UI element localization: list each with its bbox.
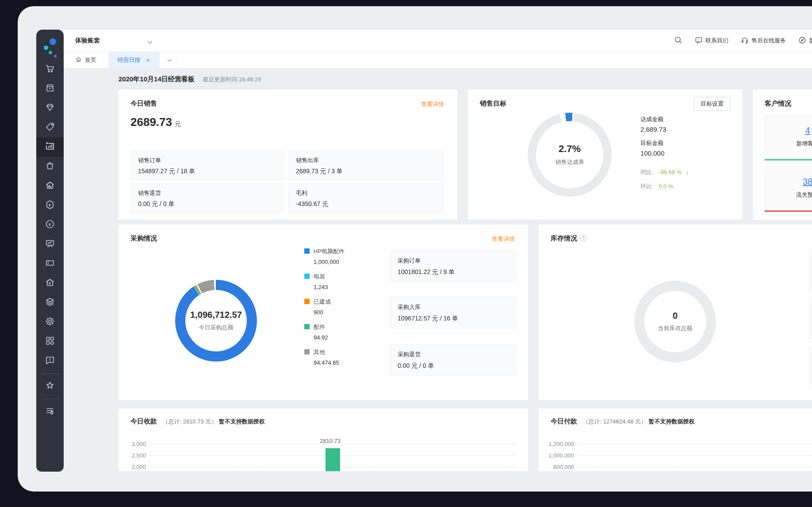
stat-purchase-inbound[interactable]: 采购入库 1096712.57 元 / 16 单 bbox=[390, 297, 516, 328]
stat-gross-profit[interactable]: 毛利 -4350.67 元 bbox=[288, 183, 443, 213]
purchasing-donut: 1,096,712.57 今日采购总额 bbox=[175, 280, 257, 362]
sidebar-item-report-board[interactable] bbox=[36, 235, 64, 254]
target-percent: 2.7% bbox=[559, 143, 581, 155]
y-tick: 2,500 bbox=[119, 452, 146, 459]
board-chart-icon bbox=[45, 238, 55, 251]
purchase-total: 1,096,712.57 bbox=[190, 310, 242, 320]
inventory-total: 0 bbox=[673, 311, 678, 321]
gridline bbox=[578, 444, 812, 444]
stat-purchase-returns[interactable]: 采购退货 0.00 元 / 0 单 bbox=[390, 344, 516, 376]
achieved-amount: 达成金额 2,689.73 bbox=[640, 115, 666, 133]
account-switcher[interactable]: 体验账套 bbox=[75, 37, 100, 45]
last-updated: 最近更新时间:16:46:29 bbox=[203, 76, 261, 83]
tab-home[interactable]: 首页 bbox=[75, 52, 96, 69]
sidebar-item-favorites[interactable] bbox=[36, 377, 64, 396]
feedback-bubble-icon bbox=[45, 355, 55, 367]
sidebar-item-warehouse[interactable] bbox=[36, 176, 64, 196]
card-purchasing: 采购情况 查看详情 1,096,712.57 今日采购总额 HP电脑配件 1,0… bbox=[119, 225, 528, 400]
stat-new-customers: 4 新增客户 bbox=[765, 115, 812, 160]
house-yen-icon: ¥ bbox=[45, 277, 55, 290]
sidebar-divider bbox=[42, 399, 58, 399]
stat-churn-warning: 38 流失预警 bbox=[765, 167, 812, 212]
sidebar-item-ticket[interactable] bbox=[36, 254, 64, 274]
legend-swatch bbox=[304, 324, 310, 329]
tab-business-daily[interactable]: 经营日报 ✕ bbox=[108, 52, 160, 69]
view-details-link[interactable]: 查看详情 bbox=[492, 235, 515, 243]
gridline bbox=[578, 455, 812, 456]
card-title: 客户情况 bbox=[765, 99, 791, 108]
card-title: 销售目标 bbox=[480, 99, 506, 108]
warehouse-icon bbox=[45, 180, 55, 192]
stat-slow-moving: 滞销商品? 0 款 bbox=[809, 347, 812, 389]
gridline bbox=[578, 467, 812, 467]
card-today-payments: 今日付款 （总计: 1274624.48 元） 暂不支持数据授权 1,200,0… bbox=[539, 408, 812, 471]
close-icon[interactable]: ✕ bbox=[146, 57, 151, 64]
card-title: 今日销售 bbox=[130, 99, 157, 108]
purchase-total-label: 今日采购总额 bbox=[199, 324, 234, 332]
card-sales-target: 销售目标 目标设置 2.7% 销售达成率 达成金额 2,689.73 目标金额 … bbox=[468, 90, 742, 220]
sidebar-item-pricing-tag[interactable] bbox=[36, 118, 64, 137]
legend-item: 已建成 900 bbox=[304, 298, 331, 316]
stat-product-count: 商品总数 163 款 bbox=[809, 297, 812, 339]
stat-sales-outbound[interactable]: 销售出库 2689.73 元 / 3 单 bbox=[288, 151, 443, 180]
card-inventory: 库存情况? 0 当前库存总额 库存金额 0 元 商品总数 163 款 滞销商品?… bbox=[539, 225, 812, 400]
dashboard-content: 2020年10月14日经营看板 最近更新时间:16:46:29 今日销售 查看详… bbox=[64, 69, 812, 471]
y-tick: 1,000,000 bbox=[540, 452, 574, 459]
compass-icon bbox=[798, 36, 806, 46]
inventory-total-label: 当前库存总额 bbox=[658, 324, 693, 332]
sidebar-item-settings[interactable] bbox=[36, 313, 64, 332]
sidebar-item-menu-settings[interactable] bbox=[36, 402, 64, 421]
stat-sales-returns[interactable]: 销售退货 0.00 元 / 0 单 bbox=[130, 183, 284, 213]
circle-yen-icon: ¥ bbox=[45, 219, 55, 231]
cart-icon bbox=[45, 63, 55, 76]
sidebar-item-purchase-bag[interactable] bbox=[36, 157, 64, 176]
sidebar-item-store-cash[interactable]: ¥ bbox=[36, 274, 64, 293]
headset-icon bbox=[741, 36, 749, 46]
after-sales-service-link[interactable]: 售后在线服务 bbox=[741, 36, 786, 46]
permission-note: 暂不支持数据授权 bbox=[648, 418, 694, 425]
store-icon bbox=[45, 83, 55, 95]
sidebar-divider bbox=[42, 374, 58, 374]
sidebar-item-finance-hex[interactable]: ¥ bbox=[36, 196, 64, 215]
sidebar-item-sales-cart[interactable] bbox=[36, 60, 64, 79]
churn-warning-count[interactable]: 38 bbox=[765, 177, 812, 187]
card-customers: 客户情况 4 新增客户 38 流失预警 bbox=[753, 90, 812, 220]
gear-icon bbox=[45, 316, 55, 328]
card-title: 今日收款 bbox=[130, 417, 157, 425]
whats-new-link[interactable]: 新 bbox=[798, 36, 812, 46]
bar-value-label: 2810.73 bbox=[320, 438, 341, 444]
search-icon[interactable] bbox=[674, 36, 682, 46]
tab-list-chevron[interactable] bbox=[163, 52, 176, 69]
sidebar-item-store[interactable] bbox=[36, 79, 64, 99]
card-title: 今日付款 bbox=[551, 417, 577, 425]
target-settings-button[interactable]: 目标设置 bbox=[694, 97, 730, 111]
y-tick: 2,000 bbox=[119, 464, 146, 470]
gem-icon bbox=[45, 102, 55, 114]
receipts-bar[interactable] bbox=[326, 448, 340, 471]
chevron-down-icon[interactable] bbox=[147, 38, 153, 46]
ticket-icon bbox=[45, 258, 55, 270]
sidebar-item-layers[interactable] bbox=[36, 293, 64, 313]
tabbar: 首页 经营日报 ✕ bbox=[64, 52, 812, 69]
menu-settings-icon bbox=[45, 405, 55, 418]
stat-sales-orders[interactable]: 销售订单 154897.27 元 / 18 单 bbox=[130, 151, 284, 180]
contact-us-link[interactable]: 联系我们 bbox=[695, 36, 728, 46]
star-icon bbox=[45, 380, 55, 393]
permission-note: 暂不支持数据授权 bbox=[219, 418, 265, 425]
help-icon[interactable]: ? bbox=[580, 235, 586, 241]
new-customers-count[interactable]: 4 bbox=[765, 126, 812, 136]
sidebar-item-apps[interactable] bbox=[36, 332, 64, 351]
sidebar: ¥ ¥ ¥ bbox=[36, 30, 64, 472]
card-title: 采购情况 bbox=[130, 234, 157, 243]
stat-purchase-orders[interactable]: 采购订单 1001801.22 元 / 9 单 bbox=[390, 250, 516, 282]
legend-item: 电器 1,243 bbox=[304, 273, 328, 290]
view-details-link[interactable]: 查看详情 bbox=[421, 100, 444, 108]
card-subtitle: （总计: 2810.73 元） bbox=[162, 418, 217, 425]
sidebar-item-feedback[interactable] bbox=[36, 351, 64, 371]
app-window: ¥ ¥ ¥ bbox=[18, 6, 812, 492]
y-tick: 800,000 bbox=[540, 464, 574, 470]
sidebar-item-membership[interactable] bbox=[36, 99, 64, 118]
sidebar-item-business-report[interactable] bbox=[36, 137, 64, 157]
legend-swatch bbox=[304, 248, 310, 254]
sidebar-item-cash[interactable]: ¥ bbox=[36, 215, 64, 235]
